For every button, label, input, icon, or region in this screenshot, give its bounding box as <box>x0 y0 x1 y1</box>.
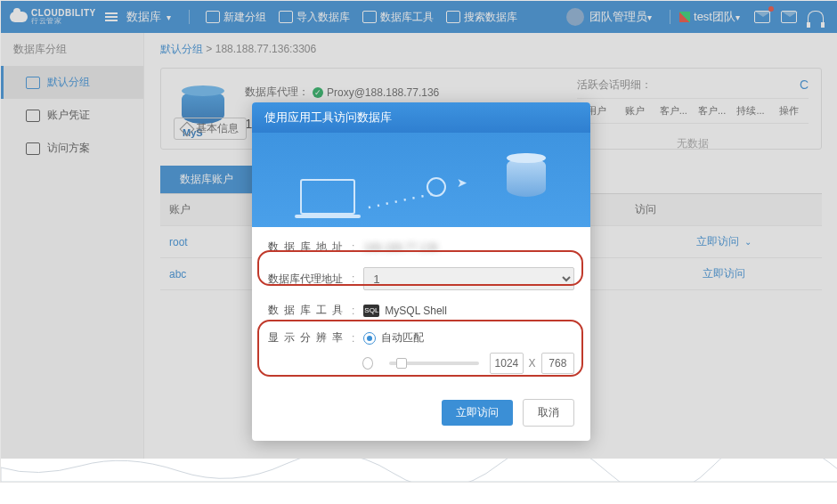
modal-banner: ········ ➤ <box>252 133 590 227</box>
resolution-slider[interactable] <box>389 362 479 365</box>
radio-auto-label: 自动匹配 <box>381 330 424 345</box>
laptop-icon <box>300 179 355 215</box>
access-tool-modal: 使用应用工具访问数据库 ········ ➤ 数据库地址: 188.188.77… <box>252 102 590 441</box>
row-db-address: 数据库地址: 188.188.77.136 <box>268 240 574 255</box>
res-height[interactable]: 768 <box>541 353 574 374</box>
row-resolution: 显示分辨率: 自动匹配 <box>268 330 574 345</box>
row-resolution-custom: 1024 X 768 <box>362 353 574 374</box>
mysql-shell-icon: SQL <box>363 305 379 317</box>
row-proxy-address: 数据库代理地址: 1 <box>268 267 574 290</box>
cancel-button[interactable]: 取消 <box>523 399 574 427</box>
radio-auto[interactable] <box>363 332 376 345</box>
db-address-value: 188.188.77.136 <box>363 241 574 254</box>
radio-custom[interactable] <box>362 357 373 370</box>
arrow-icon: ➤ <box>457 175 467 190</box>
modal-title: 使用应用工具访问数据库 <box>252 102 590 133</box>
tool-name: MySQL Shell <box>385 305 447 317</box>
torn-edge <box>1 459 837 482</box>
proxy-select[interactable]: 1 <box>363 267 574 290</box>
row-db-tool: 数据库工具: SQLMySQL Shell <box>268 303 574 318</box>
res-width[interactable]: 1024 <box>490 353 523 374</box>
database-icon <box>507 158 546 197</box>
confirm-button[interactable]: 立即访问 <box>442 400 513 426</box>
download-ring-icon <box>427 177 446 197</box>
